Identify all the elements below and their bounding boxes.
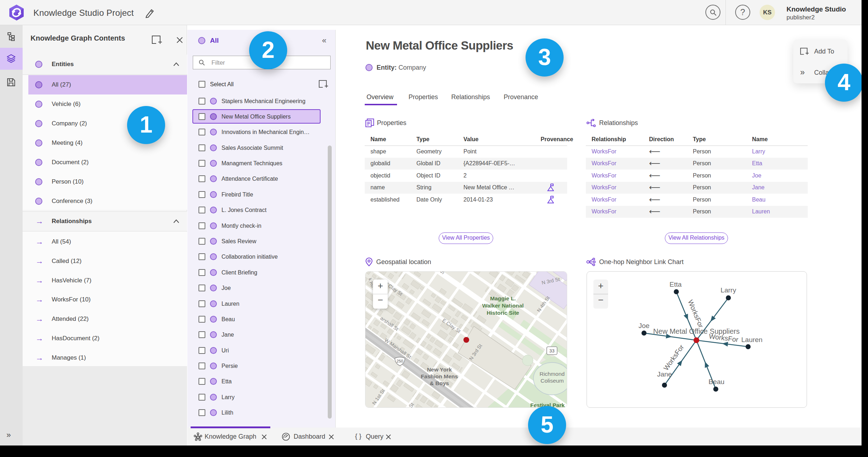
svg-text:Beau: Beau — [709, 378, 724, 386]
svg-text:& Boys: & Boys — [430, 380, 449, 386]
svg-text:Fashion Mens: Fashion Mens — [421, 373, 458, 379]
svg-text:Lauren: Lauren — [741, 336, 762, 343]
svg-text:33: 33 — [549, 348, 554, 354]
svg-text:Coliseum: Coliseum — [541, 378, 564, 384]
svg-text:WorksFor: WorksFor — [662, 343, 685, 371]
svg-text:New York: New York — [427, 366, 452, 373]
svg-text:250: 250 — [397, 359, 403, 363]
svg-text:Joe: Joe — [639, 322, 650, 329]
svg-text:WorksFor: WorksFor — [687, 299, 705, 329]
svg-text:Maggie L.: Maggie L. — [490, 295, 515, 301]
svg-text:Historic Site: Historic Site — [487, 310, 519, 316]
svg-text:Larry: Larry — [720, 286, 736, 294]
svg-text:Etta: Etta — [669, 281, 682, 288]
svg-text:New Metal Office Suppliers: New Metal Office Suppliers — [653, 327, 740, 335]
svg-text:Walker National: Walker National — [482, 303, 524, 309]
svg-text:Richmond: Richmond — [540, 371, 565, 377]
svg-text:Jane: Jane — [657, 370, 672, 378]
